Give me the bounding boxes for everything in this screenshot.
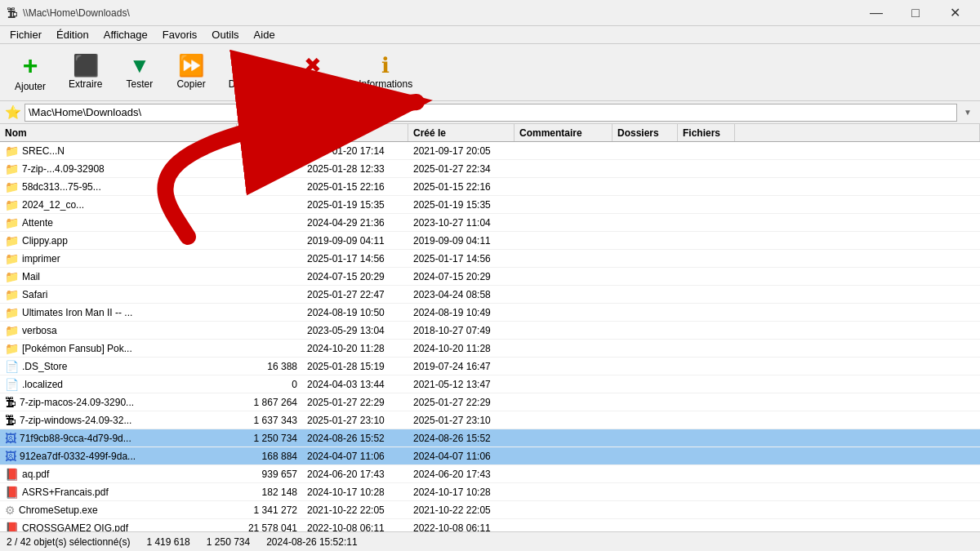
file-extra <box>735 186 980 188</box>
table-row[interactable]: 📁verbosa 2023-05-29 13:04 2018-10-27 07:… <box>0 322 980 340</box>
file-created: 2022-10-08 06:11 <box>408 522 514 532</box>
supprimer-button[interactable]: ✖ Supprimer <box>283 51 344 93</box>
tester-icon: ▼ <box>129 55 150 76</box>
file-name: 🗜7-zip-windows-24.09-32... <box>0 413 237 428</box>
file-size: 168 884 <box>237 450 302 463</box>
supprimer-label: Supprimer <box>291 78 336 90</box>
table-row[interactable]: 📁[Pokémon Fansub] Pok... 2024-10-20 11:2… <box>0 340 980 358</box>
menu-outils[interactable]: Outils <box>205 27 245 42</box>
file-size <box>237 312 302 313</box>
menu-affichage[interactable]: Affichage <box>97 27 154 42</box>
table-row[interactable]: 📄.DS_Store 16 388 2025-01-28 15:19 2019-… <box>0 358 980 375</box>
menu-fichier[interactable]: Fichier <box>3 27 48 42</box>
app-icon: 🗜 <box>7 7 18 20</box>
tester-button[interactable]: ▼ Tester <box>117 51 162 93</box>
file-name: 📁verbosa <box>0 323 237 338</box>
menu-aide[interactable]: Aide <box>247 27 282 42</box>
file-name: 📁SREC...N <box>0 144 237 158</box>
file-name: 📁Ultimates Iron Man II -- ... <box>0 305 237 320</box>
copier-button[interactable]: ⏩ Copier <box>168 51 213 93</box>
table-row[interactable]: 📁7-zip-...4.09-32908 2025-01-28 12:33 20… <box>0 160 980 178</box>
table-row[interactable]: 📁imprimer 2025-01-17 14:56 2025-01-17 14… <box>0 250 980 268</box>
folder-icon: 📁 <box>5 270 19 283</box>
status-bar: 2 / 42 objet(s) sélectionné(s) 1 419 618… <box>0 531 980 551</box>
pdf-icon: 📕 <box>5 522 19 532</box>
folder-icon: 📁 <box>5 252 19 265</box>
maximize-button[interactable]: □ <box>897 0 934 26</box>
col-nom[interactable]: Nom <box>0 124 237 141</box>
file-fichiers <box>678 473 735 475</box>
table-row[interactable]: ⚙ChromeSetup.exe 1 341 272 2021-10-22 22… <box>0 501 980 519</box>
col-created[interactable]: Créé le <box>408 124 514 141</box>
file-extra <box>735 258 980 260</box>
folder-icon: 📁 <box>5 162 19 176</box>
title-bar: 🗜 \\Mac\Home\Downloads\ — □ ✕ <box>0 0 980 26</box>
ajouter-button[interactable]: + Ajouter <box>7 49 54 96</box>
file-size <box>237 150 302 152</box>
file-size <box>237 240 302 242</box>
close-button[interactable]: ✕ <box>936 0 973 26</box>
file-extra <box>735 402 980 403</box>
file-fichiers <box>678 438 735 439</box>
table-row[interactable]: 📁SREC...N 2025-01-20 17:14 2021-09-17 20… <box>0 142 980 160</box>
file-dossiers <box>612 473 678 475</box>
file-size: 1 341 272 <box>237 504 302 517</box>
file-modified: 2024-04-03 13:44 <box>302 378 408 391</box>
file-extra <box>735 366 980 367</box>
file-comment <box>514 438 612 439</box>
extraire-button[interactable]: ⬛ Extraire <box>60 51 110 93</box>
minimize-button[interactable]: — <box>858 0 895 26</box>
file-name: 🖼71f9cb88-9cca-4d79-9d... <box>0 431 237 446</box>
table-row[interactable]: 🖼71f9cb88-9cca-4d79-9d... 1 250 734 2024… <box>0 429 980 447</box>
file-size <box>237 168 302 170</box>
file-comment <box>514 527 612 529</box>
file-comment <box>514 491 612 493</box>
table-row[interactable]: 📕CROSSGAME2 QIG.pdf 21 578 041 2022-10-0… <box>0 519 980 531</box>
col-comment[interactable]: Commentaire <box>514 124 612 141</box>
file-dossiers <box>612 312 678 313</box>
table-row[interactable]: 📁Ultimates Iron Man II -- ... 2024-08-19… <box>0 304 980 322</box>
table-row[interactable]: 📁Mail 2024-07-15 20:29 2024-07-15 20:29 <box>0 268 980 286</box>
file-fichiers <box>678 455 735 457</box>
address-dropdown-icon[interactable]: ▼ <box>960 108 975 117</box>
deplacer-button[interactable]: ➡ Déplacer <box>220 51 276 93</box>
menu-edition[interactable]: Édition <box>50 27 96 42</box>
table-row[interactable]: 📁58dc313...75-95... 2025-01-15 22:16 202… <box>0 178 980 196</box>
file-dossiers <box>612 455 678 457</box>
file-extra <box>735 150 980 152</box>
table-row[interactable]: 📕aq.pdf 939 657 2024-06-20 17:43 2024-06… <box>0 465 980 483</box>
table-row[interactable]: 📁Clippy.app 2019-09-09 04:11 2019-09-09 … <box>0 232 980 250</box>
file-name: 📕aq.pdf <box>0 467 237 482</box>
table-row[interactable]: 📁Safari 2025-01-27 22:47 2023-04-24 08:5… <box>0 286 980 304</box>
file-size <box>237 186 302 188</box>
file-modified: 2024-06-20 17:43 <box>302 468 408 481</box>
file-dossiers <box>612 402 678 403</box>
file-modified: 2025-01-17 14:56 <box>302 252 408 265</box>
col-modified[interactable]: Modifié le <box>302 124 408 141</box>
menu-favoris[interactable]: Favoris <box>156 27 204 42</box>
file-name: 🖼912ea7df-0332-499f-9da... <box>0 449 237 464</box>
table-row[interactable]: 🗜7-zip-macos-24.09-3290... 1 867 264 202… <box>0 393 980 411</box>
table-row[interactable]: 🗜7-zip-windows-24.09-32... 1 637 343 202… <box>0 411 980 429</box>
file-created: 2021-09-17 20:05 <box>408 144 514 158</box>
table-row[interactable]: 📄.localized 0 2024-04-03 13:44 2021-05-1… <box>0 375 980 393</box>
pdf-icon: 📕 <box>5 468 19 481</box>
file-fichiers <box>678 366 735 367</box>
file-created: 2024-10-20 11:28 <box>408 342 514 355</box>
file-dossiers <box>612 240 678 242</box>
table-row[interactable]: 📁2024_12_co... 2025-01-19 15:35 2025-01-… <box>0 196 980 214</box>
table-row[interactable]: 🖼912ea7df-0332-499f-9da... 168 884 2024-… <box>0 447 980 465</box>
address-input[interactable] <box>24 104 957 122</box>
col-taille[interactable]: Taille <box>237 124 302 141</box>
file-comment <box>514 222 612 224</box>
col-fichiers[interactable]: Fichiers <box>678 124 735 141</box>
table-row[interactable]: 📕ASRS+Francais.pdf 182 148 2024-10-17 10… <box>0 483 980 501</box>
informations-button[interactable]: ℹ Informations <box>350 51 421 93</box>
file-rows: 📁SREC...N 2025-01-20 17:14 2021-09-17 20… <box>0 142 980 531</box>
file-modified: 2024-04-29 21:36 <box>302 216 408 229</box>
file-name: 📕ASRS+Francais.pdf <box>0 485 237 500</box>
file-size <box>237 294 302 295</box>
file-modified: 2024-04-07 11:06 <box>302 450 408 463</box>
table-row[interactable]: 📁Attente 2024-04-29 21:36 2023-10-27 11:… <box>0 214 980 232</box>
col-dossiers[interactable]: Dossiers <box>612 124 678 141</box>
